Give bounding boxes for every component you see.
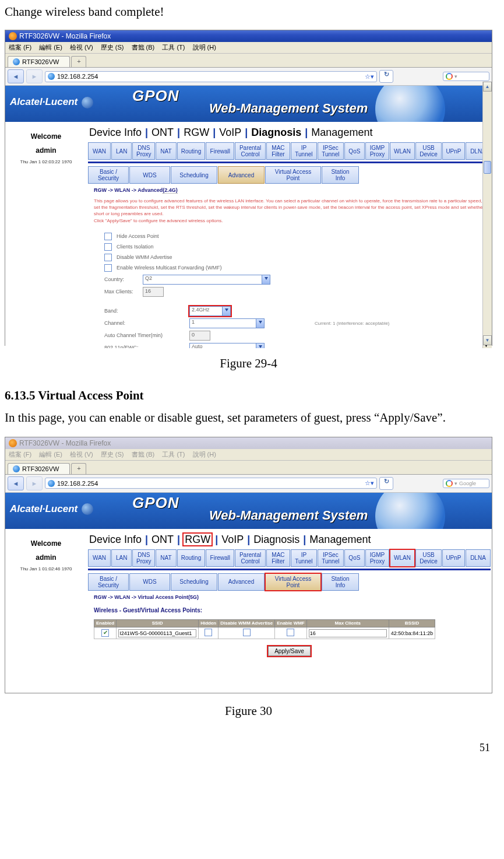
section-nav-item[interactable]: Diagnosis xyxy=(253,534,299,545)
max-clients-input[interactable]: 16 xyxy=(143,287,164,297)
window-scrollbar[interactable]: ▲ ▼ xyxy=(482,82,492,345)
tab-item[interactable]: Firewall xyxy=(206,142,234,160)
tab-item[interactable]: QoS xyxy=(344,142,365,160)
tab-item[interactable]: DNS Proxy xyxy=(132,549,155,567)
tab-item[interactable]: UPnP xyxy=(442,142,465,160)
tab-item[interactable]: IGMP Proxy xyxy=(365,549,389,567)
tab-item[interactable]: IP Tunnel xyxy=(291,549,317,567)
menu-history[interactable]: 歷史 (S) xyxy=(101,451,124,458)
section-nav-item[interactable]: VoIP xyxy=(219,127,241,138)
max-clients-input[interactable] xyxy=(309,629,387,637)
enabled-checkbox[interactable] xyxy=(101,629,109,637)
tab-item[interactable]: DLNA xyxy=(466,549,491,567)
section-nav-item[interactable]: ONT xyxy=(151,534,174,545)
tab-item[interactable]: IP Tunnel xyxy=(291,142,317,160)
tab-item[interactable]: NAT xyxy=(156,549,176,567)
scroll-down-icon[interactable]: ▼ xyxy=(483,335,492,345)
tab-item[interactable]: Basic / Security xyxy=(88,573,129,591)
tab-item[interactable]: Virtual Access Point xyxy=(265,166,321,184)
checkbox[interactable] xyxy=(104,264,112,272)
reload-button[interactable]: ↻ xyxy=(379,477,393,490)
menu-help[interactable]: 說明 (H) xyxy=(193,44,216,51)
menu-tools[interactable]: 工具 (T) xyxy=(162,451,185,458)
section-nav-item[interactable]: ONT xyxy=(151,127,174,138)
menu-view[interactable]: 檢視 (V) xyxy=(70,44,93,51)
back-button[interactable]: ◄ xyxy=(8,69,24,83)
menu-history[interactable]: 歷史 (S) xyxy=(101,44,124,51)
ssid-input[interactable] xyxy=(118,629,196,637)
auto-channel-timer-input[interactable]: 0 xyxy=(189,331,210,341)
menu-bookmarks[interactable]: 書籤 (B) xyxy=(132,451,155,458)
tab-item[interactable]: LAN xyxy=(111,142,132,160)
tab-item[interactable]: IGMP Proxy xyxy=(365,142,389,160)
tab-item[interactable]: Scheduling xyxy=(171,166,217,184)
section-nav-item[interactable]: Management xyxy=(311,127,372,138)
address-bar[interactable]: 192.168.2.254 ☆▾ xyxy=(45,71,377,82)
tab-item[interactable]: USB Device xyxy=(415,549,442,567)
section-nav-item[interactable]: RGW xyxy=(184,127,209,138)
tab-item[interactable]: Advanced xyxy=(218,573,265,591)
ewc-select[interactable]: Auto xyxy=(189,343,265,348)
reload-button[interactable]: ↻ xyxy=(379,70,393,83)
tab-item[interactable]: WDS xyxy=(129,573,170,591)
bookmark-star-icon[interactable]: ☆▾ xyxy=(365,479,374,487)
scroll-up-icon[interactable]: ▲ xyxy=(483,82,492,92)
scroll-thumb[interactable] xyxy=(484,161,491,174)
menu-tools[interactable]: 工具 (T) xyxy=(162,44,185,51)
menu-bookmarks[interactable]: 書籤 (B) xyxy=(132,44,155,51)
menu-edit[interactable]: 編輯 (E) xyxy=(39,44,62,51)
tab-item[interactable]: WLAN xyxy=(390,549,415,567)
tab-item[interactable]: IPSec Tunnel xyxy=(318,142,344,160)
section-nav-item[interactable]: Diagnosis xyxy=(251,127,301,138)
tab-item[interactable]: WLAN xyxy=(390,142,415,160)
apply-save-button[interactable]: Apply/Save xyxy=(268,646,311,656)
tab-item[interactable]: Routing xyxy=(177,549,206,567)
tab-item[interactable]: Basic / Security xyxy=(88,166,129,184)
tab-item[interactable]: QoS xyxy=(344,549,365,567)
tab-item[interactable]: UPnP xyxy=(442,549,465,567)
tab-item[interactable]: USB Device xyxy=(415,142,442,160)
section-nav-item[interactable]: Management xyxy=(309,534,371,545)
tab-item[interactable]: LAN xyxy=(111,549,132,567)
section-nav-item[interactable]: Device Info xyxy=(89,127,142,138)
disable-wmm-checkbox[interactable] xyxy=(243,629,251,636)
tab-item[interactable]: Firewall xyxy=(206,549,234,567)
tab-item[interactable]: MAC Filter xyxy=(266,142,290,160)
checkbox[interactable] xyxy=(104,254,112,261)
menu-help[interactable]: 說明 (H) xyxy=(193,451,216,458)
section-nav-item[interactable]: RGW xyxy=(184,534,212,545)
menu-edit[interactable]: 編輯 (E) xyxy=(39,451,62,458)
checkbox[interactable] xyxy=(104,243,112,251)
menu-file[interactable]: 檔案 (F) xyxy=(9,451,31,458)
browser-tab[interactable]: RTF3026VW xyxy=(8,463,70,474)
tab-item[interactable]: Virtual Access Point xyxy=(265,573,321,591)
tab-item[interactable]: Scheduling xyxy=(171,573,217,591)
section-nav-item[interactable]: Device Info xyxy=(89,534,142,545)
browser-tab[interactable]: RTF3026VW xyxy=(8,56,70,67)
section-nav-item[interactable]: VoIP xyxy=(221,534,244,545)
tab-item[interactable]: Station Info xyxy=(322,166,359,184)
forward-button[interactable]: ► xyxy=(26,69,43,83)
forward-button[interactable]: ► xyxy=(26,476,43,490)
tab-item[interactable]: WAN xyxy=(88,549,111,567)
menu-view[interactable]: 檢視 (V) xyxy=(70,451,93,458)
channel-select[interactable]: 1 xyxy=(189,318,265,328)
menubar[interactable]: 檔案 (F) 編輯 (E) 檢視 (V) 歷史 (S) 書籤 (B) 工具 (T… xyxy=(5,449,492,461)
search-box[interactable]: ▾ xyxy=(443,72,489,81)
tab-item[interactable]: MAC Filter xyxy=(266,549,290,567)
menubar[interactable]: 檔案 (F) 編輯 (E) 檢視 (V) 歷史 (S) 書籤 (B) 工具 (T… xyxy=(5,42,492,54)
new-tab-button[interactable]: + xyxy=(71,463,86,474)
tab-item[interactable]: IPSec Tunnel xyxy=(318,549,344,567)
country-select[interactable]: Q2 xyxy=(143,275,270,285)
tab-item[interactable]: Advanced xyxy=(218,166,265,184)
tab-item[interactable]: NAT xyxy=(156,142,176,160)
search-box[interactable]: ▾ Google xyxy=(443,479,489,488)
address-bar[interactable]: 192.168.2.254 ☆▾ xyxy=(45,478,377,489)
tab-item[interactable]: WAN xyxy=(88,142,111,160)
tab-item[interactable]: Routing xyxy=(177,142,206,160)
tab-item[interactable]: DNS Proxy xyxy=(132,142,155,160)
tab-item[interactable]: Parental Control xyxy=(235,549,266,567)
bookmark-star-icon[interactable]: ☆▾ xyxy=(365,73,374,80)
menu-file[interactable]: 檔案 (F) xyxy=(9,44,31,51)
new-tab-button[interactable]: + xyxy=(71,56,86,67)
